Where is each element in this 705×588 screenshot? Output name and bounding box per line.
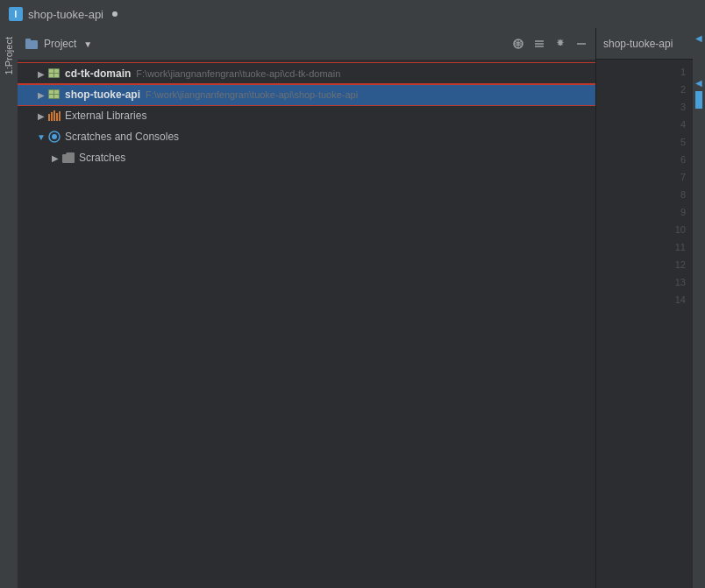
tree-item-cd-tk-domain[interactable]: ▶ cd-tk-domain F:\work\jiangnanfengran\t… — [18, 63, 595, 84]
library-icon — [47, 109, 61, 123]
svg-rect-3 — [25, 39, 31, 42]
svg-rect-19 — [54, 90, 59, 94]
line-1: 1 — [596, 63, 693, 81]
settings-icon[interactable] — [553, 37, 567, 51]
line-9: 9 — [596, 203, 693, 221]
svg-text:I: I — [15, 10, 18, 19]
right-strip: ◀ ◀ — [693, 28, 705, 588]
panel-header: Project ▼ — [18, 28, 595, 60]
line-12: 12 — [596, 256, 693, 273]
line-13: 13 — [596, 273, 693, 291]
arrow-cd-tk-domain: ▶ — [35, 69, 47, 79]
gutter-header: shop-tuoke-api — [596, 28, 693, 60]
main-layout: 1:Project Project ▼ — [0, 28, 705, 588]
line-11: 11 — [596, 238, 693, 256]
tree-label-external-libraries: External Libraries — [65, 110, 146, 122]
side-tab-project[interactable]: 1:Project — [0, 28, 18, 588]
module-icon-cd-tk-domain — [47, 67, 61, 81]
tree-label-shop-tuoke-api: shop-tuoke-api — [65, 89, 140, 101]
side-tab-label: 1:Project — [4, 37, 14, 74]
svg-rect-15 — [49, 74, 53, 77]
tree-item-external-libraries[interactable]: ▶ External Libraries — [18, 105, 595, 126]
tree-label-scratches: Scratches — [79, 152, 125, 164]
arrow-scratches: ▶ — [49, 153, 61, 163]
minimize-icon[interactable] — [574, 37, 588, 51]
svg-point-23 — [52, 134, 57, 139]
gutter-tab-title[interactable]: shop-tuoke-api — [603, 38, 673, 50]
svg-rect-14 — [54, 69, 59, 73]
line-6: 6 — [596, 151, 693, 168]
module-icon-shop-tuoke-api — [47, 88, 61, 102]
project-panel: Project ▼ — [18, 28, 596, 588]
tree-label-scratches-and-consoles: Scratches and Consoles — [65, 131, 179, 143]
title-bullet — [112, 11, 118, 17]
tree-item-scratches[interactable]: ▶ Scratches — [18, 147, 595, 168]
arrow-external-libs: ▶ — [35, 111, 47, 121]
line-7: 7 — [596, 168, 693, 186]
line-2: 2 — [596, 81, 693, 98]
line-numbers-container: 1 2 3 4 5 6 7 8 9 10 11 12 13 14 — [596, 60, 693, 312]
scratches-folder-icon — [61, 151, 75, 165]
tree-label-cd-tk-domain: cd-tk-domain — [65, 67, 131, 80]
tree-item-shop-tuoke-api[interactable]: ▶ shop-tuoke-api F:\work\jiangnanfengran… — [18, 84, 595, 105]
svg-rect-13 — [49, 69, 53, 73]
panel-actions — [511, 37, 588, 51]
tree-path-shop-tuoke-api: F:\work\jiangnanfengran\tuoke-api\shop-t… — [146, 89, 358, 100]
svg-rect-20 — [49, 95, 53, 98]
arrow-shop-tuoke-api: ▶ — [35, 90, 47, 100]
scroll-marker — [695, 91, 702, 109]
line-8: 8 — [596, 186, 693, 203]
scratches-consoles-icon — [47, 130, 61, 144]
panel-folder-icon — [25, 37, 39, 51]
app-icon: I — [9, 7, 23, 21]
scroll-up-arrow[interactable]: ◀ — [695, 33, 702, 43]
title-bar: I shop-tuoke-api — [0, 0, 705, 28]
svg-rect-16 — [54, 74, 59, 77]
line-5: 5 — [596, 133, 693, 151]
panel-title: Project — [44, 38, 76, 50]
project-tree: ▶ cd-tk-domain F:\work\jiangnanfengran\t… — [18, 60, 595, 588]
line-4: 4 — [596, 116, 693, 133]
network-icon[interactable] — [511, 37, 525, 51]
arrow-scratches-and-consoles: ▼ — [35, 132, 47, 142]
svg-rect-21 — [54, 95, 59, 98]
right-content-area: shop-tuoke-api 1 2 3 4 5 6 7 8 9 10 11 1… — [596, 28, 693, 588]
svg-rect-18 — [49, 90, 53, 94]
panel-arrow[interactable]: ▼ — [83, 39, 92, 49]
line-14: 14 — [596, 291, 693, 308]
line-10: 10 — [596, 221, 693, 238]
tree-path-cd-tk-domain: F:\work\jiangnanfengran\tuoke-api\cd-tk-… — [136, 68, 340, 79]
tree-item-scratches-and-consoles[interactable]: ▼ Scratches and Consoles — [18, 126, 595, 147]
scroll-down-arrow[interactable]: ◀ — [695, 78, 702, 88]
collapse-icon[interactable] — [532, 37, 546, 51]
line-3: 3 — [596, 98, 693, 116]
app-title: shop-tuoke-api — [28, 8, 103, 21]
